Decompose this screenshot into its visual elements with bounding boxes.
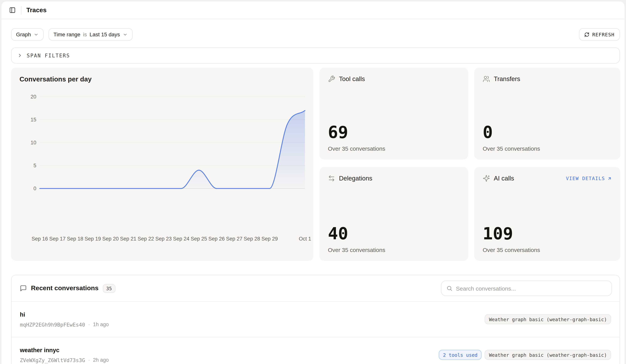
search-input[interactable] (456, 285, 607, 291)
chevron-right-icon (17, 53, 23, 58)
stats-grid: Conversations per day 05101520Sep 16Sep … (11, 68, 620, 261)
conversation-count-badge: 35 (103, 284, 115, 293)
svg-text:Sep 19: Sep 19 (85, 236, 101, 242)
svg-text:Sep 24: Sep 24 (173, 236, 189, 242)
stat-title: Delegations (339, 175, 460, 182)
tool-calls-card: Tool calls 69 Over 35 conversations (319, 68, 468, 160)
refresh-label: REFRESH (592, 32, 615, 37)
stat-subtitle: Over 35 conversations (483, 247, 612, 253)
svg-text:Sep 16: Sep 16 (32, 236, 48, 242)
delegations-card: Delegations 40 Over 35 conversations (319, 167, 468, 261)
svg-text:5: 5 (34, 163, 36, 168)
main-canvas: Traces Graph Time range is Last 15 days (1, 1, 625, 364)
svg-text:Oct 1: Oct 1 (299, 236, 311, 242)
span-filters-toggle[interactable]: SPAN FILTERS (11, 47, 620, 63)
tools-used-badge: 2 tools used (439, 350, 482, 360)
refresh-button[interactable]: REFRESH (579, 28, 620, 40)
conversation-id: mqHZP2EGh9h9BpFEwEs40 (20, 321, 85, 327)
agent-badge: Weather graph basic (weather-graph-basic… (485, 314, 611, 324)
chevron-down-icon (34, 32, 39, 37)
search-box (441, 281, 612, 296)
graph-dropdown-label: Graph (16, 31, 31, 38)
graph-dropdown[interactable]: Graph (11, 28, 43, 40)
svg-text:0: 0 (34, 186, 36, 191)
svg-text:Sep 26: Sep 26 (208, 236, 225, 242)
stat-title: Transfers (494, 75, 612, 82)
conversation-title: hi (20, 311, 109, 318)
view-details-link[interactable]: VIEW DETAILS (566, 175, 612, 181)
stat-value: 109 (483, 225, 612, 242)
conversation-time: 1h ago (93, 322, 109, 327)
conversation-row[interactable]: weather innyc ZVeWXgZy_Z6WltVd73s3G · 2h… (11, 337, 620, 364)
svg-text:Sep 28: Sep 28 (244, 236, 260, 242)
time-range-operator: is (83, 31, 87, 38)
meta-separator: · (88, 322, 90, 327)
swap-arrows-icon (328, 175, 335, 182)
chevron-down-icon (122, 32, 127, 37)
svg-text:Sep 25: Sep 25 (191, 236, 207, 242)
recent-conversations-header: Recent conversations 35 (11, 275, 620, 301)
svg-text:20: 20 (31, 94, 36, 100)
time-range-value: Last 15 days (90, 31, 120, 38)
refresh-icon (584, 32, 589, 37)
conversations-per-day-card: Conversations per day 05101520Sep 16Sep … (11, 68, 313, 261)
top-bar: Traces (1, 1, 625, 19)
stat-subtitle: Over 35 conversations (328, 145, 460, 152)
svg-text:Sep 21: Sep 21 (120, 236, 136, 242)
svg-text:Sep 18: Sep 18 (67, 236, 83, 242)
time-range-field: Time range (53, 31, 80, 38)
stat-value: 40 (328, 225, 460, 242)
span-filters-label: SPAN FILTERS (27, 53, 70, 58)
wrench-icon (328, 75, 335, 82)
time-range-filter[interactable]: Time range is Last 15 days (48, 28, 133, 40)
transfers-card: Transfers 0 Over 35 conversations (474, 68, 620, 160)
svg-text:Sep 17: Sep 17 (49, 236, 66, 242)
sidebar-toggle-button[interactable] (7, 5, 18, 15)
conversations-chart: 05101520Sep 16Sep 17Sep 18Sep 19Sep 20Se… (11, 68, 313, 261)
recent-conversations-section: Recent conversations 35 hi mqHZP2EGh9h9B… (11, 275, 620, 364)
arrow-up-right-icon (607, 176, 612, 181)
svg-text:Sep 20: Sep 20 (102, 236, 119, 242)
svg-text:10: 10 (31, 140, 36, 146)
chat-bubble-icon (20, 285, 27, 292)
search-icon (446, 285, 453, 291)
stat-title: Tool calls (339, 75, 460, 82)
stat-value: 69 (328, 124, 460, 141)
filters-toolbar: Graph Time range is Last 15 days REFRESH (11, 28, 620, 40)
ai-calls-card: AI calls VIEW DETAILS 109 Over 35 conver… (474, 167, 620, 261)
panel-left-icon (9, 7, 15, 13)
svg-text:Sep 27: Sep 27 (226, 236, 242, 242)
svg-text:15: 15 (31, 117, 36, 122)
svg-text:Sep 29: Sep 29 (261, 236, 278, 242)
view-details-label: VIEW DETAILS (566, 175, 605, 181)
stat-value: 0 (483, 124, 612, 141)
meta-separator: · (88, 357, 90, 363)
conversation-row[interactable]: hi mqHZP2EGh9h9BpFEwEs40 · 1h ago Weathe… (11, 301, 620, 337)
stat-subtitle: Over 35 conversations (483, 145, 612, 152)
svg-text:Sep 23: Sep 23 (155, 236, 172, 242)
page-title: Traces (26, 6, 47, 14)
stat-title: AI calls (494, 175, 562, 182)
stat-subtitle: Over 35 conversations (328, 247, 460, 253)
users-icon (483, 75, 490, 82)
topbar-divider (21, 6, 21, 14)
svg-text:Sep 22: Sep 22 (138, 236, 154, 242)
conversation-id: ZVeWXgZy_Z6WltVd73s3G (20, 357, 85, 363)
conversation-title: weather innyc (20, 347, 109, 354)
traces-page: Traces Graph Time range is Last 15 days (0, 0, 626, 364)
sparkles-icon (483, 175, 490, 182)
recent-conversations-title: Recent conversations (31, 284, 98, 292)
conversation-time: 2h ago (93, 357, 109, 363)
agent-badge: Weather graph basic (weather-graph-basic… (485, 350, 611, 360)
